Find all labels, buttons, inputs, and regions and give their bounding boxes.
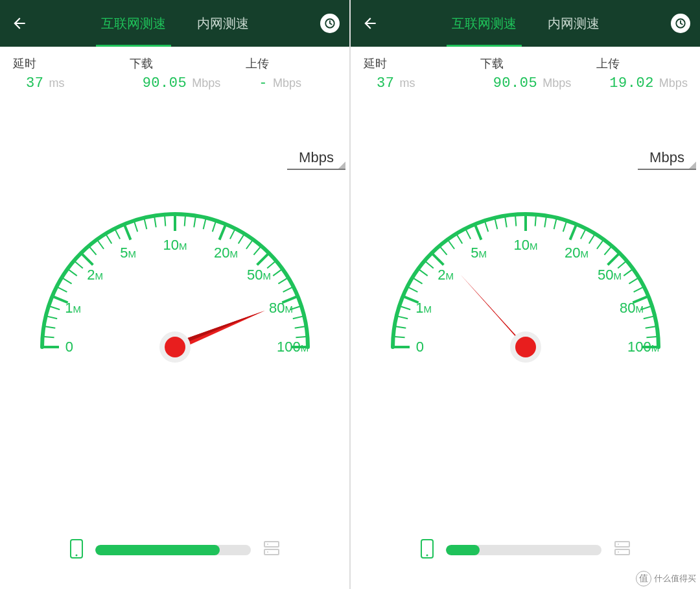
svg-rect-118 — [615, 542, 629, 547]
svg-line-16 — [68, 270, 76, 276]
svg-line-81 — [456, 235, 461, 244]
latency-value: 37 — [377, 75, 394, 91]
svg-line-76 — [413, 278, 422, 283]
download-label: 下载 — [130, 56, 233, 71]
stats-row: 延时 37 ms 下载 90.05 Mbps 上传 19.02 Mbps — [351, 47, 700, 91]
svg-line-91 — [580, 230, 585, 239]
svg-text:80M: 80M — [269, 300, 293, 316]
download-value: 90.05 — [143, 75, 187, 91]
svg-line-37 — [283, 287, 292, 292]
svg-text:2M: 2M — [87, 267, 103, 283]
svg-line-98 — [633, 287, 642, 292]
back-button[interactable] — [0, 15, 39, 32]
tab-lan[interactable]: 内网测速 — [545, 0, 602, 47]
svg-line-65 — [474, 224, 481, 240]
svg-point-120 — [618, 544, 619, 545]
phone-icon — [69, 538, 84, 562]
svg-line-26 — [184, 216, 185, 226]
svg-line-17 — [75, 261, 82, 268]
svg-line-3 — [81, 253, 93, 265]
svg-text:0: 0 — [65, 339, 73, 355]
header: 互联网测速 内网测速 — [0, 0, 349, 47]
svg-line-67 — [570, 224, 576, 240]
speed-gauge: 01M2M5M10M20M50M80M100M — [26, 188, 324, 422]
svg-line-14 — [58, 287, 67, 292]
svg-text:10M: 10M — [163, 237, 187, 253]
tab-internet[interactable]: 互联网测速 — [99, 0, 169, 47]
svg-line-100 — [643, 317, 653, 319]
svg-line-40 — [294, 326, 305, 328]
download-value: 90.05 — [493, 75, 538, 91]
svg-line-29 — [212, 222, 215, 232]
svg-line-13 — [49, 306, 59, 309]
svg-line-96 — [624, 270, 632, 276]
upload-label: 上传 — [596, 56, 700, 71]
history-button[interactable] — [661, 14, 700, 33]
svg-line-74 — [400, 306, 410, 309]
svg-line-78 — [425, 261, 433, 268]
svg-line-89 — [554, 219, 556, 230]
svg-line-36 — [278, 278, 287, 283]
svg-line-32 — [246, 241, 251, 249]
upload-value: - — [259, 75, 268, 91]
server-icon — [613, 540, 631, 560]
latency-label: 延时 — [364, 56, 467, 71]
upload-label: 上传 — [246, 56, 349, 71]
svg-point-117 — [426, 555, 428, 557]
svg-line-35 — [273, 270, 281, 276]
svg-text:50M: 50M — [247, 267, 271, 283]
svg-line-41 — [296, 337, 306, 337]
watermark: 值 什么值得买 — [636, 571, 696, 586]
progress-row — [0, 538, 349, 562]
svg-line-83 — [485, 222, 488, 232]
progress-fill-right — [446, 545, 480, 555]
latency-unit: ms — [49, 77, 64, 90]
svg-point-115 — [515, 337, 536, 357]
svg-line-19 — [97, 241, 103, 249]
svg-line-94 — [604, 247, 611, 255]
tab-internet[interactable]: 互联网测速 — [449, 0, 519, 47]
svg-line-95 — [618, 261, 625, 268]
download-label: 下载 — [480, 56, 584, 71]
latency-unit: ms — [399, 77, 415, 90]
svg-line-30 — [229, 230, 234, 239]
svg-line-84 — [495, 219, 497, 230]
svg-line-28 — [203, 219, 205, 230]
svg-line-86 — [515, 216, 516, 226]
svg-line-34 — [267, 261, 275, 268]
svg-line-71 — [394, 337, 404, 337]
upload-unit: Mbps — [659, 77, 688, 90]
svg-line-93 — [596, 241, 602, 249]
svg-line-87 — [535, 216, 535, 226]
svg-line-80 — [448, 241, 454, 249]
svg-line-11 — [45, 326, 55, 328]
svg-text:1M: 1M — [65, 300, 81, 316]
svg-line-33 — [253, 247, 260, 255]
svg-text:100M: 100M — [627, 339, 659, 355]
back-button[interactable] — [351, 15, 390, 32]
svg-line-90 — [563, 222, 566, 232]
history-button[interactable] — [310, 14, 349, 33]
svg-line-82 — [465, 230, 470, 239]
svg-line-21 — [115, 230, 119, 239]
svg-line-31 — [238, 235, 243, 244]
svg-line-102 — [646, 337, 657, 337]
svg-text:2M: 2M — [438, 267, 454, 283]
unit-selector[interactable]: Mbps — [287, 147, 345, 170]
progress-bar — [446, 545, 601, 555]
svg-text:100M: 100M — [277, 339, 309, 355]
speed-gauge: 01M2M5M10M20M50M80M100M — [377, 188, 675, 422]
svg-rect-58 — [264, 549, 279, 555]
latency-label: 延时 — [13, 56, 117, 71]
svg-line-77 — [419, 270, 427, 276]
svg-line-23 — [144, 219, 146, 230]
right-panel: 互联网测速 内网测速 延时 37 ms 下载 90.05 — [351, 0, 700, 589]
svg-text:80M: 80M — [620, 300, 644, 316]
tab-lan[interactable]: 内网测速 — [194, 0, 251, 47]
svg-line-75 — [408, 287, 417, 292]
gauge-svg: 01M2M5M10M20M50M80M100M — [377, 188, 675, 409]
unit-selector[interactable]: Mbps — [638, 147, 696, 170]
svg-text:50M: 50M — [598, 267, 622, 283]
svg-text:20M: 20M — [565, 245, 589, 261]
watermark-icon: 值 — [636, 571, 651, 586]
